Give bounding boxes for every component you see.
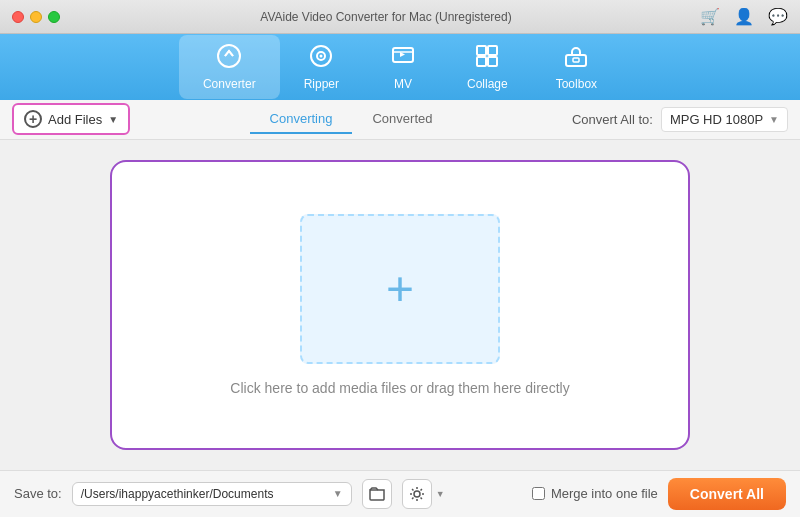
path-selector[interactable]: /Users/ihappyacethinker/Documents ▼: [72, 482, 352, 506]
tab-converted[interactable]: Converted: [352, 105, 452, 134]
drop-zone-inner[interactable]: +: [300, 214, 500, 364]
nav-bar: Converter Ripper MV: [0, 34, 800, 100]
ripper-label: Ripper: [304, 77, 339, 91]
converter-label: Converter: [203, 77, 256, 91]
drop-zone-outer: + Click here to add media files or drag …: [110, 160, 690, 450]
tab-converting[interactable]: Converting: [250, 105, 353, 134]
toolbox-label: Toolbox: [556, 77, 597, 91]
nav-item-converter[interactable]: Converter: [179, 35, 280, 99]
drop-zone-text: Click here to add media files or drag th…: [230, 380, 569, 396]
cart-icon[interactable]: 🛒: [700, 7, 720, 26]
sub-toolbar: + Add Files ▼ Converting Converted Conve…: [0, 100, 800, 140]
settings-button[interactable]: [402, 479, 432, 509]
ripper-icon: [308, 43, 334, 73]
minimize-button[interactable]: [30, 11, 42, 23]
convert-all-button[interactable]: Convert All: [668, 478, 786, 510]
collage-label: Collage: [467, 77, 508, 91]
svg-rect-6: [488, 46, 497, 55]
save-to-label: Save to:: [14, 486, 62, 501]
bottom-bar: Save to: /Users/ihappyacethinker/Documen…: [0, 470, 800, 517]
add-files-label: Add Files: [48, 112, 102, 127]
svg-point-11: [414, 491, 420, 497]
person-icon[interactable]: 👤: [734, 7, 754, 26]
convert-all-label: Convert All to:: [572, 112, 653, 127]
svg-point-0: [218, 45, 240, 67]
nav-item-toolbox[interactable]: Toolbox: [532, 35, 621, 99]
tab-group: Converting Converted: [130, 105, 572, 134]
open-folder-button[interactable]: [362, 479, 392, 509]
collage-icon: [474, 43, 500, 73]
add-files-dropdown-arrow: ▼: [108, 114, 118, 125]
format-dropdown-arrow: ▼: [769, 114, 779, 125]
plus-icon: +: [24, 110, 42, 128]
merge-checkbox-group: Merge into one file: [532, 486, 658, 501]
path-dropdown-arrow: ▼: [333, 488, 343, 499]
merge-label: Merge into one file: [551, 486, 658, 501]
svg-rect-7: [477, 57, 486, 66]
svg-point-3: [320, 55, 323, 58]
toolbox-icon: [563, 43, 589, 73]
converter-icon: [216, 43, 242, 73]
traffic-lights: [12, 11, 60, 23]
svg-rect-8: [488, 57, 497, 66]
mv-label: MV: [394, 77, 412, 91]
merge-checkbox[interactable]: [532, 487, 545, 500]
format-value: MPG HD 1080P: [670, 112, 763, 127]
add-media-icon: +: [386, 265, 414, 313]
convert-all-group: Convert All to: MPG HD 1080P ▼: [572, 107, 788, 132]
mv-icon: [390, 43, 416, 73]
nav-item-collage[interactable]: Collage: [443, 35, 532, 99]
title-bar: AVAide Video Converter for Mac (Unregist…: [0, 0, 800, 34]
title-bar-actions: 🛒 👤 💬: [700, 7, 788, 26]
settings-dropdown-arrow: ▼: [436, 489, 445, 499]
main-area: + Click here to add media files or drag …: [0, 140, 800, 470]
maximize-button[interactable]: [48, 11, 60, 23]
svg-rect-5: [477, 46, 486, 55]
add-files-button[interactable]: + Add Files ▼: [12, 103, 130, 135]
save-path: /Users/ihappyacethinker/Documents: [81, 487, 325, 501]
chat-icon[interactable]: 💬: [768, 7, 788, 26]
svg-rect-10: [573, 58, 579, 62]
nav-item-ripper[interactable]: Ripper: [280, 35, 363, 99]
close-button[interactable]: [12, 11, 24, 23]
window-title: AVAide Video Converter for Mac (Unregist…: [72, 10, 700, 24]
format-selector[interactable]: MPG HD 1080P ▼: [661, 107, 788, 132]
nav-item-mv[interactable]: MV: [363, 35, 443, 99]
svg-rect-9: [566, 55, 586, 66]
